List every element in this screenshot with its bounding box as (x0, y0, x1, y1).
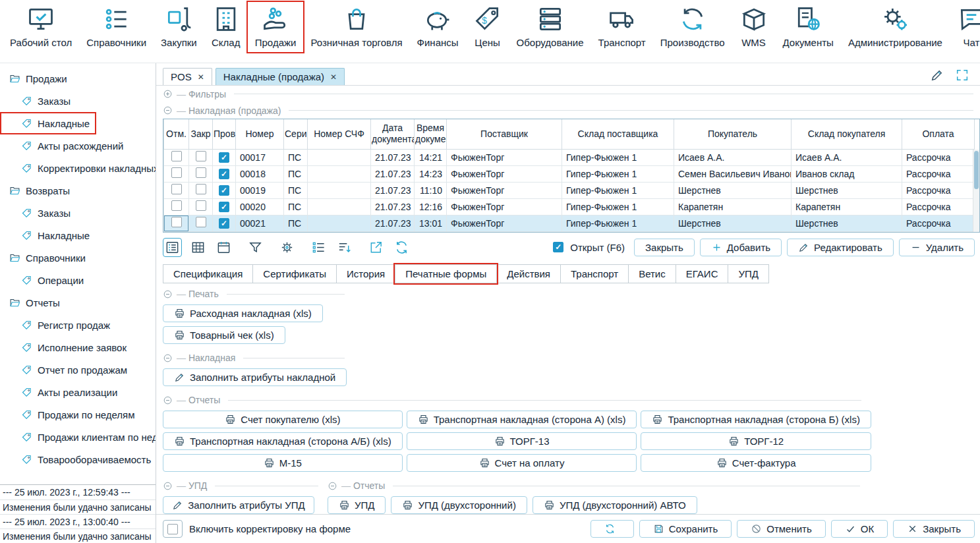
nav-item[interactable]: Чат (950, 2, 980, 52)
reports-section-header[interactable]: Отчеты (163, 392, 861, 409)
tree-item[interactable]: Акты расхождений (0, 134, 156, 157)
tree-item[interactable]: Акты реализации (0, 381, 156, 403)
detail-tab[interactable]: Спецификация (163, 264, 253, 283)
edit-icon[interactable] (930, 68, 944, 82)
tree-item[interactable]: Продажи клиентам по неделям (0, 426, 156, 448)
external-link-icon[interactable] (366, 238, 386, 257)
report-print-button[interactable]: М-15 (163, 454, 403, 472)
upd-reports-section-header[interactable]: Отчеты (328, 478, 860, 494)
marked-checkbox[interactable] (171, 167, 182, 178)
detail-tab[interactable]: Сертификаты (252, 264, 337, 283)
posted-checkbox[interactable] (219, 169, 229, 179)
tree-item[interactable]: Продажи (0, 67, 156, 90)
detail-tab[interactable]: УПД (728, 264, 768, 283)
grid-column-header[interactable]: Время документа (415, 119, 447, 149)
tree-item[interactable]: Заказы (0, 202, 156, 224)
grid-column-header[interactable]: Сери (284, 119, 308, 149)
grid-column-header[interactable]: Покупатель (674, 119, 792, 149)
tree-item[interactable]: Операции (0, 269, 156, 291)
filters-section-header[interactable]: Фильтры (156, 86, 980, 102)
tree-item[interactable]: Возвраты (0, 179, 156, 202)
report-print-button[interactable]: Транспортная накладная (сторона А/Б) (xl… (163, 432, 403, 450)
grid-column-header[interactable]: Оплата (902, 119, 975, 149)
grid-column-header[interactable]: Номер (236, 119, 284, 149)
grid-action-button[interactable]: Редактировать (787, 239, 894, 256)
marked-checkbox[interactable] (171, 184, 182, 194)
grid-column-header[interactable]: Закр (189, 119, 213, 149)
tree-item[interactable]: Корректировки накладных (0, 157, 156, 179)
detail-tab[interactable]: Транспорт (560, 264, 629, 283)
nav-item[interactable]: WMS (732, 2, 776, 52)
document-tab[interactable]: Накладные (продажа) (216, 68, 345, 85)
open-f6-checkbox[interactable] (553, 242, 563, 252)
posted-checkbox[interactable] (219, 152, 229, 163)
fill-invoice-attributes-button[interactable]: Заполнить атрибуты накладной (163, 368, 347, 386)
tree-item[interactable]: Справочники (0, 246, 156, 269)
footer-button[interactable]: ОК (831, 520, 888, 538)
fill-upd-attributes-button[interactable]: Заполнить атрибуты УПД (163, 496, 314, 514)
upd-print-button[interactable]: УПД (328, 496, 386, 514)
nav-item[interactable]: Продажи (248, 2, 304, 52)
detail-tab[interactable]: Действия (496, 264, 561, 283)
grid-column-header[interactable]: Дата документа (371, 119, 415, 149)
tree-item[interactable]: Товарооборачиваемость (0, 448, 156, 471)
document-tab[interactable]: POS (163, 68, 212, 85)
table-row[interactable]: 00018 ПС 21.07.23 14:23 ФьюженТорг Гипер… (164, 165, 975, 182)
fullscreen-icon[interactable] (955, 68, 969, 82)
detail-tab[interactable]: ЕГАИС (676, 264, 729, 283)
nav-item[interactable]: Оборудование (509, 2, 591, 52)
grid-section-header[interactable]: Накладная (продажа) (156, 102, 980, 119)
nav-item[interactable]: Транспорт (591, 2, 653, 52)
grid-column-header[interactable]: Номер СЧФ (308, 119, 371, 149)
gear-icon[interactable] (277, 238, 297, 257)
nav-item[interactable]: Цены (466, 2, 509, 52)
funnel-icon[interactable] (246, 238, 265, 257)
posted-checkbox[interactable] (219, 202, 229, 212)
tree-item[interactable]: Заказы (0, 90, 156, 112)
tree-item[interactable]: Накладные (0, 112, 96, 134)
footer-button[interactable]: Отменить (737, 520, 826, 538)
tree-item[interactable]: Исполнение заявок (0, 336, 156, 358)
closed-checkbox[interactable] (196, 217, 206, 227)
detail-tab[interactable]: Ветис (628, 264, 676, 283)
tree-item[interactable]: Отчет по продажам (0, 358, 156, 381)
nav-item[interactable]: Справочники (79, 2, 154, 52)
report-print-button[interactable]: ТОРГ-13 (407, 432, 637, 450)
tab-close-icon[interactable] (198, 73, 204, 81)
view-list-icon[interactable] (163, 238, 182, 257)
marked-checkbox[interactable] (171, 151, 182, 161)
table-grid-icon[interactable] (188, 238, 208, 257)
numbered-list-icon[interactable] (309, 238, 328, 257)
report-print-button[interactable]: Счет на оплату (407, 454, 637, 472)
nav-item[interactable]: Рабочий стол (3, 2, 79, 52)
marked-checkbox[interactable] (171, 200, 182, 211)
marked-checkbox[interactable] (171, 217, 182, 227)
detail-tab[interactable]: Печатные формы (395, 264, 497, 283)
grid-column-header[interactable]: Отм. (164, 119, 189, 149)
nav-item[interactable]: Производство (653, 2, 732, 52)
correction-checkbox-frame[interactable] (163, 520, 183, 538)
vertical-scrollbar[interactable] (973, 150, 979, 232)
table-row[interactable]: 00020 ПС 21.07.23 12:16 ФьюженТорг Гипер… (164, 198, 975, 215)
correction-checkbox[interactable] (167, 524, 178, 534)
sort-lines-icon[interactable] (335, 238, 354, 257)
closed-checkbox[interactable] (196, 200, 206, 211)
grid-column-header[interactable]: Поставщик (447, 119, 562, 149)
grid-action-button[interactable]: Закрыть (634, 239, 695, 256)
grid-action-button[interactable]: Удалить (899, 239, 975, 256)
scrollbar-thumb[interactable] (974, 151, 979, 189)
refresh-icon[interactable] (392, 238, 411, 257)
print-section-header[interactable]: Печать (163, 286, 345, 302)
report-print-button[interactable]: ТОРГ-12 (641, 432, 871, 450)
grid-action-button[interactable]: Добавить (700, 239, 782, 256)
tree-item[interactable]: Продажи по неделям (0, 403, 156, 426)
report-print-button[interactable]: Транспортная накладная (сторона А) (xls) (407, 411, 637, 428)
nav-item[interactable]: Закупки (154, 2, 204, 52)
upd-print-button[interactable]: УПД (двухсторонний) (391, 496, 527, 514)
nav-item[interactable]: Документы (776, 2, 841, 52)
upd-print-button[interactable]: УПД (двухсторонний) АВТО (533, 496, 697, 514)
upd-section-header[interactable]: УПД (163, 478, 318, 494)
table-row[interactable]: 00021 ПС 21.07.23 13:01 ФьюженТорг Гипер… (164, 215, 975, 231)
print-form-button[interactable]: Расходная накладная (xls) (163, 304, 323, 322)
footer-button[interactable] (591, 520, 634, 538)
